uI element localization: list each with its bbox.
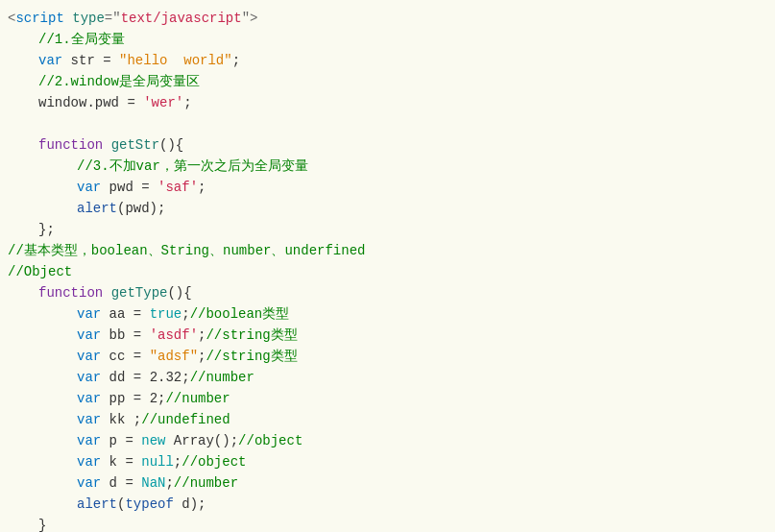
keyword-var: var	[77, 472, 101, 494]
string-value: 'asdf'	[150, 325, 198, 346]
code-line-22: var k = null;//object	[0, 451, 775, 472]
code-line-6	[0, 113, 775, 134]
code-text: d =	[101, 472, 141, 494]
code-line-19: var pp = 2;//number	[0, 388, 775, 409]
code-line-23: var d = NaN;//number	[0, 472, 775, 494]
code-line-18: var dd = 2.32;//number	[0, 367, 775, 388]
code-text: ;	[198, 177, 206, 198]
code-line-8: //3.不加var，第一次之后为全局变量	[0, 156, 775, 177]
keyword-function: function	[38, 282, 103, 303]
code-text: pp = 2;	[101, 388, 165, 409]
code-comment: //undefined	[141, 409, 230, 430]
code-text: script	[15, 8, 63, 29]
code-line-1: <script type="text/javascript">	[0, 8, 775, 29]
code-comment: //number	[174, 472, 238, 494]
code-text: d);	[174, 494, 206, 515]
code-text: Array();	[165, 430, 238, 451]
function-call: alert	[77, 198, 117, 219]
string-value: 'saf'	[157, 177, 198, 198]
keyword-var: var	[77, 325, 101, 346]
string-value: "hello world"	[119, 50, 232, 71]
code-comment: //1.全局变量	[38, 29, 125, 50]
code-comment: //string类型	[206, 325, 297, 346]
code-text: }	[38, 515, 46, 532]
nan-value: NaN	[141, 472, 165, 494]
code-comment: //Object	[8, 261, 72, 282]
code-text: bb =	[101, 325, 149, 346]
code-text	[64, 8, 72, 29]
code-line-17: var cc = "adsf";//string类型	[0, 346, 775, 367]
code-text: k =	[101, 451, 141, 472]
null-value: null	[141, 451, 174, 472]
code-comment: //2.window是全局变量区	[38, 71, 200, 92]
code-text: kk ;	[101, 409, 141, 430]
code-comment: //object	[182, 451, 246, 472]
code-line-9: var pwd = 'saf';	[0, 177, 775, 198]
boolean-value: true	[150, 303, 182, 325]
code-comment: //boolean类型	[190, 303, 290, 325]
code-line-4: //2.window是全局变量区	[0, 71, 775, 92]
code-comment: //number	[190, 367, 254, 388]
keyword-var: var	[77, 303, 101, 325]
code-comment: //3.不加var，第一次之后为全局变量	[77, 156, 308, 177]
keyword-var: var	[77, 409, 101, 430]
code-text: pwd =	[101, 177, 157, 198]
keyword-var: var	[77, 430, 101, 451]
keyword-function: function	[38, 134, 103, 156]
code-text: ;	[198, 346, 206, 367]
code-text: aa =	[101, 303, 149, 325]
code-comment: //string类型	[206, 346, 297, 367]
code-text: cc =	[101, 346, 149, 367]
code-text: text/javascript	[121, 8, 242, 29]
string-value: 'wer'	[143, 92, 183, 113]
code-text: (){	[167, 282, 191, 303]
code-text: str =	[62, 50, 119, 71]
code-line-10: alert(pwd);	[0, 198, 775, 219]
code-text: };	[38, 219, 55, 240]
code-line-7: function getStr(){	[0, 134, 775, 156]
keyword-var: var	[77, 388, 101, 409]
code-text	[103, 282, 110, 303]
code-text: p =	[101, 430, 141, 451]
code-line-21: var p = new Array();//object	[0, 430, 775, 451]
code-text: window.pwd =	[38, 92, 143, 113]
code-text: ;	[232, 50, 240, 71]
code-line-3: var str = "hello world";	[0, 50, 775, 71]
code-comment: //object	[238, 430, 303, 451]
code-text: (pwd);	[117, 198, 165, 219]
keyword-var: var	[77, 346, 101, 367]
code-text: type	[72, 8, 105, 29]
code-text: ;	[165, 472, 173, 494]
code-line-16: var bb = 'asdf';//string类型	[0, 325, 775, 346]
keyword-var: var	[38, 50, 62, 71]
code-line-11: };	[0, 219, 775, 240]
code-text: ="	[105, 8, 121, 29]
function-call: alert	[77, 494, 117, 515]
code-text: <	[8, 8, 15, 29]
code-text: ;	[183, 92, 191, 113]
function-name: getType	[111, 282, 168, 303]
code-line-5: window.pwd = 'wer';	[0, 92, 775, 113]
code-text: dd = 2.32;	[101, 367, 189, 388]
code-line-20: var kk ;//undefined	[0, 409, 775, 430]
code-comment: //基本类型，boolean、String、number、underfined	[8, 240, 365, 261]
keyword-new: new	[141, 430, 165, 451]
code-line-24: alert(typeof d);	[0, 494, 775, 515]
keyword-var: var	[77, 451, 101, 472]
string-value: "adsf"	[150, 346, 198, 367]
code-editor: <script type="text/javascript"> //1.全局变量…	[0, 0, 775, 532]
code-line-2: //1.全局变量	[0, 29, 775, 50]
code-line-25: }	[0, 515, 775, 532]
code-line-15: var aa = true;//boolean类型	[0, 303, 775, 325]
code-text: (){	[159, 134, 183, 156]
keyword-var: var	[77, 177, 101, 198]
code-line-12: //基本类型，boolean、String、number、underfined	[0, 240, 775, 261]
code-text: ">	[242, 8, 258, 29]
code-text: ;	[174, 451, 182, 472]
code-line-13: //Object	[0, 261, 775, 282]
code-text	[103, 134, 110, 156]
code-line-14: function getType(){	[0, 282, 775, 303]
code-text: (	[117, 494, 125, 515]
keyword-var: var	[77, 367, 101, 388]
code-text: ;	[182, 303, 189, 325]
